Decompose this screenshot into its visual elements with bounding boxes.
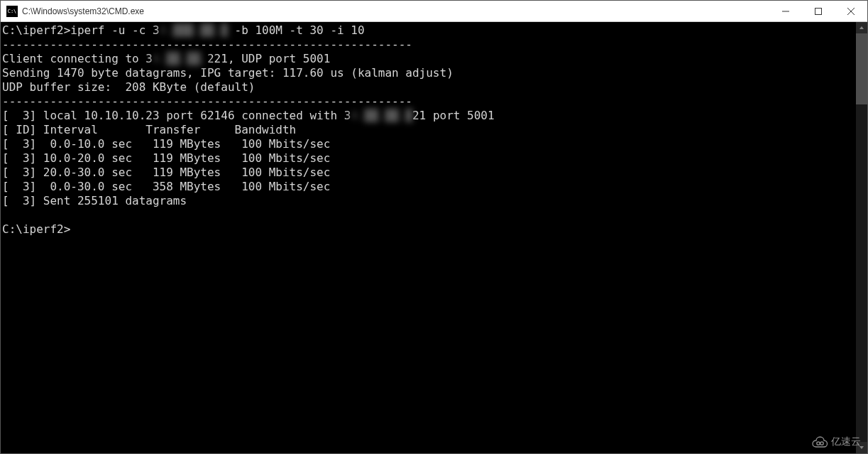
svg-marker-4 bbox=[859, 26, 864, 29]
maximize-button[interactable] bbox=[802, 1, 835, 21]
cmd-window: C:\ C:\Windows\system32\CMD.exe C:\iperf… bbox=[0, 0, 868, 454]
table-row: [ 3] 10.0-20.0 sec 119 MBytes 100 Mbits/… bbox=[2, 151, 330, 165]
output-line: 221, UDP port 5001 bbox=[207, 52, 330, 65]
cmd-icon: C:\ bbox=[6, 6, 18, 17]
terminal-output[interactable]: C:\iperf2>iperf -u -c 34.███.██.█ -b 100… bbox=[1, 22, 856, 453]
titlebar[interactable]: C:\ C:\Windows\system32\CMD.exe bbox=[1, 1, 867, 22]
close-button[interactable] bbox=[835, 1, 867, 21]
watermark-text: 亿速云 bbox=[831, 436, 861, 448]
redacted-ip: 4.██.██.█ bbox=[351, 109, 412, 123]
scroll-thumb[interactable] bbox=[856, 33, 867, 104]
output-line: Client connecting to 3 bbox=[2, 52, 153, 65]
minimize-button[interactable] bbox=[769, 1, 802, 21]
table-row: [ 3] 0.0-10.0 sec 119 MBytes 100 Mbits/s… bbox=[2, 137, 330, 151]
output-line: 21 port 5001 bbox=[412, 109, 495, 122]
scroll-up-arrow[interactable] bbox=[856, 22, 867, 33]
redacted-ip: 4.██.██. bbox=[153, 52, 207, 66]
command-text: -b 100M -t 30 -i 10 bbox=[228, 23, 365, 37]
cloud-icon bbox=[810, 436, 828, 448]
table-row: [ 3] 0.0-30.0 sec 358 MBytes 100 Mbits/s… bbox=[2, 180, 330, 193]
window-title: C:\Windows\system32\CMD.exe bbox=[22, 6, 769, 16]
output-line: [ 3] Sent 255101 datagrams bbox=[2, 194, 187, 207]
watermark: 亿速云 bbox=[810, 436, 861, 448]
redacted-ip: 4.███.██.█ bbox=[160, 23, 228, 38]
scroll-track[interactable] bbox=[856, 33, 867, 442]
window-controls bbox=[769, 1, 867, 21]
table-header: [ ID] Interval Transfer Bandwidth bbox=[2, 123, 296, 136]
output-line: Sending 1470 byte datagrams, IPG target:… bbox=[2, 66, 454, 80]
svg-rect-1 bbox=[815, 8, 822, 14]
divider-line: ----------------------------------------… bbox=[2, 38, 412, 51]
terminal-area: C:\iperf2>iperf -u -c 34.███.██.█ -b 100… bbox=[1, 22, 867, 453]
table-row: [ 3] 20.0-30.0 sec 119 MBytes 100 Mbits/… bbox=[2, 166, 330, 179]
output-line: [ 3] local 10.10.10.23 port 62146 connec… bbox=[2, 109, 351, 122]
svg-point-7 bbox=[820, 442, 823, 445]
vertical-scrollbar[interactable] bbox=[856, 22, 867, 453]
output-line: UDP buffer size: 208 KByte (default) bbox=[2, 80, 255, 94]
svg-point-6 bbox=[817, 442, 820, 445]
divider-line: ----------------------------------------… bbox=[2, 94, 412, 108]
command-text: iperf -u -c 3 bbox=[70, 23, 159, 37]
prompt: C:\iperf2> bbox=[2, 222, 70, 236]
prompt: C:\iperf2> bbox=[2, 23, 70, 37]
